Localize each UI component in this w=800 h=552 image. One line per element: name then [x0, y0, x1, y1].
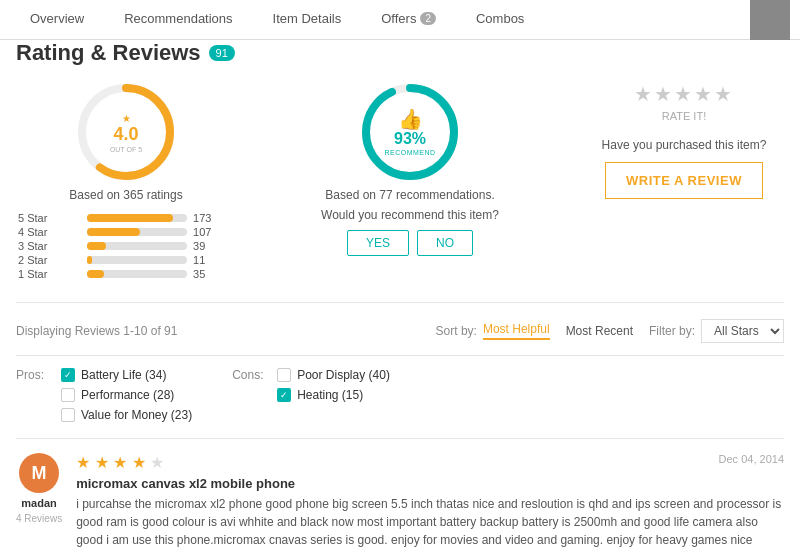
write-review-section: ★★★★★ RATE IT! Have you purchased this i…	[584, 82, 784, 199]
rec-based-text: Based on 77 recommendations.	[325, 188, 494, 202]
based-on-text: Based on 365 ratings	[69, 188, 182, 202]
pros-cons-section: Pros: ✓ Battery Life (34) Performance (2…	[16, 368, 784, 422]
unchecked-icon	[61, 388, 75, 402]
reviewer-count: 4 Reviews	[16, 513, 62, 524]
review-stars: ★ ★ ★ ★ ★	[76, 453, 164, 472]
write-review-button[interactable]: WRITE A REVIEW	[605, 162, 763, 199]
page-content: Rating & Reviews 91 ★ 4.0 OUT OF 5 Based…	[0, 40, 800, 552]
pros-battery-label: Battery Life (34)	[81, 368, 166, 382]
svg-text:OUT OF 5: OUT OF 5	[110, 146, 142, 153]
svg-text:👍: 👍	[398, 107, 423, 131]
empty-stars: ★★★★★	[634, 82, 734, 106]
nav-overview[interactable]: Overview	[10, 0, 104, 40]
recommend-section: 👍 93% RECOMMEND Based on 77 recommendati…	[236, 82, 584, 256]
star-4: ★	[132, 454, 146, 471]
cons-item-display: Poor Display (40)	[277, 368, 390, 382]
bar-row: 4 Star 107	[18, 226, 234, 238]
bar-row: 2 Star 11	[18, 254, 234, 266]
checked-icon: ✓	[277, 388, 291, 402]
cons-heating-label: Heating (15)	[297, 388, 363, 402]
sort-label: Sort by:	[436, 324, 477, 338]
cons-item-heating: ✓ Heating (15)	[277, 388, 390, 402]
svg-text:★: ★	[122, 113, 131, 124]
cons-list: Poor Display (40) ✓ Heating (15)	[277, 368, 390, 402]
sort-most-recent[interactable]: Most Recent	[566, 324, 633, 338]
nav-recommendations[interactable]: Recommendations	[104, 0, 252, 40]
pros-item-value: Value for Money (23)	[61, 408, 192, 422]
filter-select[interactable]: All Stars	[701, 319, 784, 343]
star-2: ★	[95, 454, 109, 471]
pros-list: ✓ Battery Life (34) Performance (28) Val…	[61, 368, 192, 422]
offers-badge: 2	[420, 12, 436, 25]
rating-circle: ★ 4.0 OUT OF 5	[76, 82, 176, 182]
checked-icon: ✓	[61, 368, 75, 382]
review-count-badge: 91	[209, 45, 235, 61]
rating-section: ★ 4.0 OUT OF 5 Based on 365 ratings 5 St…	[16, 82, 784, 303]
nav-gray-box	[750, 0, 790, 40]
displaying-text: Displaying Reviews 1-10 of 91	[16, 324, 436, 338]
sort-most-helpful[interactable]: Most Helpful	[483, 322, 550, 340]
pros-item-performance: Performance (28)	[61, 388, 192, 402]
yes-button[interactable]: YES	[347, 230, 409, 256]
nav-combos[interactable]: Combos	[456, 0, 544, 40]
bar-row: 5 Star 173	[18, 212, 234, 224]
unchecked-icon	[61, 408, 75, 422]
unchecked-icon	[277, 368, 291, 382]
recommend-circle: 👍 93% RECOMMEND	[360, 82, 460, 182]
nav-item-details[interactable]: Item Details	[253, 0, 362, 40]
pros-label: Pros:	[16, 368, 51, 382]
cons-display-label: Poor Display (40)	[297, 368, 390, 382]
review-text: i purcahse the micromax xl2 phone good p…	[76, 495, 784, 552]
reviewer-name: madan	[21, 497, 56, 509]
overall-rating: ★ 4.0 OUT OF 5 Based on 365 ratings 5 St…	[16, 82, 236, 282]
page-heading: Rating & Reviews 91	[16, 40, 784, 66]
rec-buttons: YES NO	[347, 230, 473, 256]
star-5: ★	[150, 454, 164, 471]
svg-text:4.0: 4.0	[113, 124, 138, 144]
no-button[interactable]: NO	[417, 230, 473, 256]
purchased-text: Have you purchased this item?	[602, 138, 767, 152]
rate-it-text: RATE IT!	[662, 110, 706, 122]
reviewer-avatar: M	[19, 453, 59, 493]
review-date: Dec 04, 2014	[719, 453, 784, 465]
cons-label: Cons:	[232, 368, 267, 382]
sort-bar: Displaying Reviews 1-10 of 91 Sort by: M…	[16, 319, 784, 356]
review-product: micromax canvas xl2 mobile phone	[76, 476, 784, 491]
filter-label: Filter by:	[649, 324, 695, 338]
svg-text:RECOMMEND: RECOMMEND	[384, 149, 435, 156]
bar-row: 1 Star 35	[18, 268, 234, 280]
bar-row: 3 Star 39	[18, 240, 234, 252]
review-header: ★ ★ ★ ★ ★ Dec 04, 2014	[76, 453, 784, 472]
review-body: ★ ★ ★ ★ ★ Dec 04, 2014 micromax canvas x…	[76, 453, 784, 552]
review-card: M madan 4 Reviews ★ ★ ★ ★ ★ Dec 04, 2014…	[16, 438, 784, 552]
rating-bars: 5 Star 173 4 Star 107 3 Star 39	[16, 210, 236, 282]
nav-bar: Overview Recommendations Item Details Of…	[0, 0, 800, 40]
pros-performance-label: Performance (28)	[81, 388, 174, 402]
nav-offers[interactable]: Offers 2	[361, 0, 456, 40]
page-title: Rating & Reviews	[16, 40, 201, 66]
star-3: ★	[113, 454, 127, 471]
pros-value-label: Value for Money (23)	[81, 408, 192, 422]
svg-text:93%: 93%	[394, 130, 426, 147]
pros-item-battery: ✓ Battery Life (34)	[61, 368, 192, 382]
rec-question: Would you recommend this item?	[321, 208, 499, 222]
star-1: ★	[76, 454, 90, 471]
